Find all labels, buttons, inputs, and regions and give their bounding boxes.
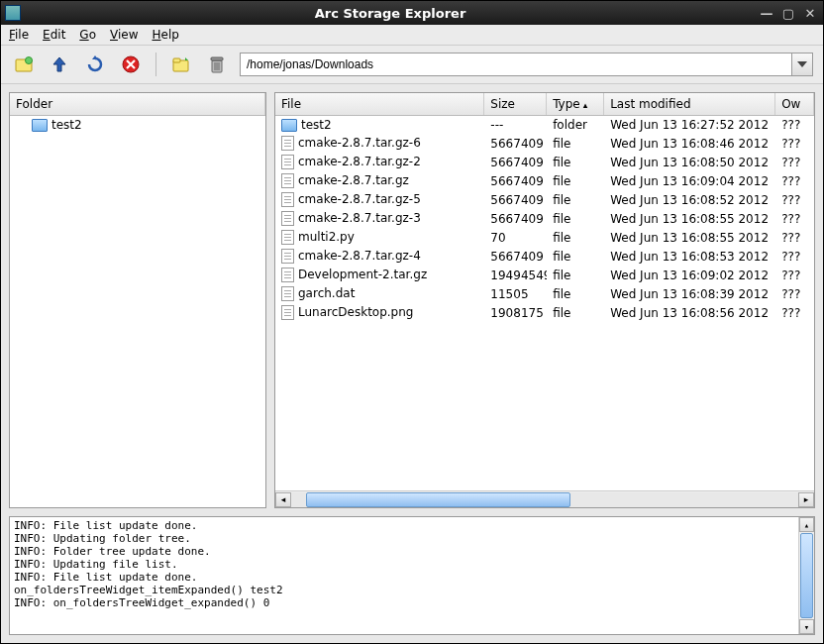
cell-owner: ??? [775, 230, 814, 246]
cell-type: file [547, 230, 604, 246]
table-row[interactable]: test2---folderWed Jun 13 16:27:52 2012??… [275, 116, 814, 134]
cell-modified: Wed Jun 13 16:08:55 2012 [604, 211, 775, 227]
table-row[interactable]: LunarcDesktop.png1908175fileWed Jun 13 1… [275, 303, 814, 322]
table-row[interactable]: garch.dat11505fileWed Jun 13 16:08:39 20… [275, 284, 814, 303]
toolbar [1, 46, 823, 84]
folder-panel: Folder test2 [9, 92, 266, 508]
table-row[interactable]: cmake-2.8.7.tar.gz5667409fileWed Jun 13 … [275, 171, 814, 190]
scroll-down-icon[interactable]: ▾ [799, 619, 814, 634]
cell-name: cmake-2.8.7.tar.gz-2 [298, 155, 421, 168]
col-file[interactable]: File [275, 93, 484, 115]
cell-owner: ??? [775, 173, 814, 189]
file-icon [281, 211, 294, 226]
scroll-right-icon[interactable]: ▸ [798, 492, 814, 507]
table-row[interactable]: multi2.py70fileWed Jun 13 16:08:55 2012?… [275, 228, 814, 247]
folder-header[interactable]: Folder [10, 93, 265, 115]
tree-item[interactable]: test2 [10, 116, 265, 134]
cell-owner: ??? [775, 155, 814, 170]
file-icon [281, 249, 294, 264]
file-icon [281, 305, 294, 320]
cell-type: file [547, 136, 604, 152]
file-icon [281, 192, 294, 207]
cell-name: multi2.py [298, 230, 355, 244]
file-icon [281, 286, 294, 301]
cell-modified: Wed Jun 13 16:08:46 2012 [604, 136, 775, 152]
cell-name: Development-2.tar.gz [298, 268, 427, 281]
up-button[interactable] [47, 52, 72, 77]
folder-icon [32, 119, 48, 132]
table-row[interactable]: Development-2.tar.gz19494549fileWed Jun … [275, 266, 814, 284]
table-row[interactable]: cmake-2.8.7.tar.gz-55667409fileWed Jun 1… [275, 190, 814, 209]
cell-name: cmake-2.8.7.tar.gz-3 [298, 211, 421, 225]
cell-modified: Wed Jun 13 16:09:04 2012 [604, 173, 775, 189]
col-size[interactable]: Size [484, 93, 547, 115]
horizontal-scrollbar[interactable]: ◂ ▸ [275, 490, 814, 507]
cell-name: cmake-2.8.7.tar.gz-6 [298, 136, 421, 150]
table-row[interactable]: cmake-2.8.7.tar.gz-65667409fileWed Jun 1… [275, 134, 814, 153]
log-line: INFO: Updating file list. [14, 558, 810, 571]
menu-help[interactable]: Help [152, 28, 178, 42]
vertical-scrollbar[interactable]: ▴ ▾ [798, 517, 814, 634]
separator [155, 53, 156, 76]
file-header: File Size Type▴ Last modified Ow [275, 93, 814, 116]
cell-owner: ??? [775, 192, 814, 208]
cell-owner: ??? [775, 286, 814, 302]
window-title: Arc Storage Explorer [27, 6, 754, 21]
cell-name: test2 [301, 118, 332, 132]
cell-name: cmake-2.8.7.tar.gz-5 [298, 192, 421, 206]
cell-modified: Wed Jun 13 16:08:55 2012 [604, 230, 775, 246]
svg-point-1 [26, 57, 33, 64]
titlebar[interactable]: Arc Storage Explorer — ▢ ✕ [1, 1, 823, 25]
cell-type: folder [547, 117, 604, 133]
minimize-button[interactable]: — [758, 5, 775, 21]
scroll-thumb[interactable] [800, 533, 813, 618]
sort-indicator-icon: ▴ [583, 100, 588, 110]
log-line: INFO: Folder tree update done. [14, 545, 810, 558]
cell-name: garch.dat [298, 286, 355, 300]
table-row[interactable]: cmake-2.8.7.tar.gz-25667409fileWed Jun 1… [275, 153, 814, 171]
delete-button[interactable] [204, 52, 230, 77]
col-type[interactable]: Type▴ [547, 93, 604, 115]
cell-type: file [547, 286, 604, 302]
cell-owner: ??? [775, 117, 814, 133]
cell-owner: ??? [775, 136, 814, 152]
menu-file[interactable]: File [9, 28, 29, 42]
scroll-track[interactable] [291, 492, 798, 507]
table-row[interactable]: cmake-2.8.7.tar.gz-45667409fileWed Jun 1… [275, 247, 814, 266]
log-text: INFO: File list update done.INFO: Updati… [14, 519, 810, 609]
cell-type: file [547, 268, 604, 283]
scroll-up-icon[interactable]: ▴ [799, 517, 814, 532]
folder-tree[interactable]: test2 [10, 116, 265, 507]
refresh-button[interactable] [82, 52, 108, 77]
menu-go[interactable]: Go [79, 28, 96, 42]
path-input[interactable] [240, 53, 791, 76]
col-modified[interactable]: Last modified [604, 93, 775, 115]
cell-modified: Wed Jun 13 16:08:50 2012 [604, 155, 775, 170]
menu-edit[interactable]: Edit [43, 28, 65, 42]
file-icon [281, 230, 294, 245]
cell-owner: ??? [775, 305, 814, 321]
col-owner[interactable]: Ow [775, 93, 814, 115]
file-list[interactable]: test2---folderWed Jun 13 16:27:52 2012??… [275, 116, 814, 490]
new-folder-button[interactable] [11, 52, 37, 77]
cell-modified: Wed Jun 13 16:09:02 2012 [604, 268, 775, 283]
cell-name: cmake-2.8.7.tar.gz [298, 173, 409, 187]
folder-icon [281, 119, 297, 132]
cell-type: file [547, 192, 604, 208]
scroll-thumb[interactable] [306, 492, 569, 507]
cell-type: file [547, 305, 604, 321]
log-line: on_foldersTreeWidget_itemExpanded() test… [14, 584, 810, 596]
cell-size: 11505 [484, 286, 547, 302]
cell-size: --- [484, 117, 547, 133]
path-dropdown[interactable] [791, 53, 813, 76]
open-button[interactable] [168, 52, 194, 77]
scroll-left-icon[interactable]: ◂ [275, 492, 291, 507]
maximize-button[interactable]: ▢ [779, 5, 797, 21]
table-row[interactable]: cmake-2.8.7.tar.gz-35667409fileWed Jun 1… [275, 209, 814, 228]
stop-button[interactable] [118, 52, 144, 77]
close-button[interactable]: ✕ [801, 5, 819, 21]
cell-modified: Wed Jun 13 16:08:52 2012 [604, 192, 775, 208]
cell-type: file [547, 155, 604, 170]
menu-view[interactable]: View [110, 28, 138, 42]
app-icon [5, 5, 21, 21]
